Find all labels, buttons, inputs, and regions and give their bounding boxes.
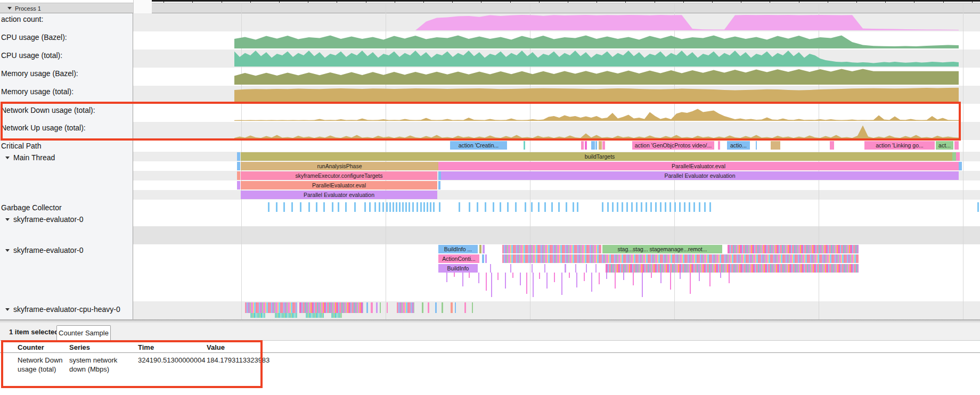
gc-event-tick[interactable] — [684, 202, 685, 212]
gc-event-tick[interactable] — [507, 202, 509, 212]
sidebar-track-label-5[interactable]: Network Down usage (total): — [1, 106, 95, 114]
gc-event-tick[interactable] — [665, 202, 666, 212]
gc-event-tick[interactable] — [323, 202, 325, 212]
trace-slice[interactable]: Parallel Evaluator evaluation — [241, 191, 437, 199]
dense-slice-cluster[interactable] — [502, 254, 859, 263]
trace-slice[interactable] — [544, 264, 545, 273]
gc-event-tick[interactable] — [338, 202, 339, 212]
trace-slice[interactable] — [438, 181, 440, 190]
sidebar-track-label-6[interactable]: Network Up usage (total): — [1, 124, 86, 132]
trace-slice[interactable] — [237, 171, 240, 180]
dense-slice-cluster[interactable] — [250, 313, 265, 318]
trace-slice[interactable] — [237, 162, 240, 170]
gc-event-tick[interactable] — [689, 202, 690, 212]
gc-event-tick[interactable] — [345, 202, 347, 212]
slice-drip[interactable] — [526, 273, 527, 294]
trace-slice[interactable] — [830, 141, 834, 150]
slice-drip[interactable] — [599, 273, 600, 284]
sidebar-track-label-12[interactable]: skyframe-evaluator-cpu-heavy-0 — [1, 305, 120, 314]
trace-slice[interactable] — [575, 264, 576, 273]
trace-slice[interactable] — [771, 141, 780, 150]
sidebar-track-label-1[interactable]: CPU usage (Bazel): — [1, 33, 67, 42]
slice-drip[interactable] — [729, 273, 730, 283]
slice-drip[interactable] — [569, 273, 570, 278]
trace-slice[interactable] — [954, 141, 959, 150]
counter-chart-action-count[interactable] — [234, 15, 959, 30]
dense-slice-cluster[interactable] — [502, 245, 601, 253]
gc-event-tick[interactable] — [469, 202, 470, 212]
trace-slice[interactable] — [376, 302, 378, 313]
gc-event-tick[interactable] — [977, 202, 979, 212]
table-cell[interactable]: 184.1793113323983 — [207, 356, 265, 365]
gc-event-tick[interactable] — [650, 202, 652, 212]
gc-event-tick[interactable] — [679, 202, 681, 212]
trace-slice[interactable] — [959, 162, 962, 170]
slice-drip[interactable] — [699, 273, 700, 281]
panel-divider[interactable] — [0, 319, 980, 323]
trace-slice[interactable]: Parallel Evaluator evaluation — [441, 171, 959, 180]
gc-event-tick[interactable] — [493, 202, 494, 212]
counter-chart-net-up[interactable] — [234, 126, 959, 139]
counter-chart-net-down[interactable] — [234, 109, 959, 121]
trace-slice[interactable] — [472, 302, 473, 313]
gc-event-tick[interactable] — [669, 202, 671, 212]
dense-slice-cluster[interactable] — [728, 245, 859, 253]
dense-slice-cluster[interactable] — [397, 302, 414, 313]
slice-drip[interactable] — [670, 273, 671, 290]
gc-event-tick[interactable] — [354, 202, 356, 212]
gc-event-tick[interactable] — [409, 202, 410, 212]
trace-slice[interactable] — [483, 245, 485, 253]
trace-slice[interactable]: BuildInfo ... — [438, 245, 478, 253]
gc-event-tick[interactable] — [316, 202, 317, 212]
slice-drip[interactable] — [651, 273, 652, 278]
trace-slice[interactable] — [510, 264, 511, 273]
sidebar-track-label-9[interactable]: Garbage Collector — [1, 203, 62, 212]
gc-event-tick[interactable] — [379, 202, 380, 212]
table-header-counter[interactable]: Counter — [18, 343, 44, 351]
slice-drip[interactable] — [660, 273, 662, 283]
gc-event-tick[interactable] — [699, 202, 700, 212]
gc-event-tick[interactable] — [283, 202, 285, 212]
table-cell[interactable]: system network down (Mbps) — [69, 356, 133, 374]
slice-drip[interactable] — [709, 273, 710, 286]
gc-event-tick[interactable] — [612, 202, 614, 212]
slice-drip[interactable] — [546, 273, 548, 289]
gc-event-tick[interactable] — [544, 202, 546, 212]
gc-event-tick[interactable] — [531, 202, 533, 212]
trace-slice[interactable]: runAnalysisPhase — [241, 162, 438, 170]
gc-event-tick[interactable] — [693, 202, 695, 212]
gc-event-tick[interactable] — [386, 202, 388, 212]
gc-event-tick[interactable] — [389, 202, 391, 212]
gc-event-tick[interactable] — [364, 202, 366, 212]
trace-slice[interactable] — [428, 302, 429, 313]
slice-drip[interactable] — [690, 273, 691, 294]
trace-slice[interactable]: ParallelEvaluator.eval — [241, 181, 437, 190]
trace-slice[interactable] — [585, 141, 587, 150]
trace-slice[interactable]: act... — [936, 141, 953, 150]
slice-drip[interactable] — [539, 273, 540, 279]
gc-event-tick[interactable] — [439, 202, 440, 212]
trace-slice[interactable]: action 'GenObjcProtos video/... — [632, 141, 714, 150]
trace-slice[interactable]: buildTargets — [241, 152, 959, 161]
trace-slice[interactable] — [387, 302, 388, 313]
gc-event-tick[interactable] — [573, 202, 574, 212]
slice-drip[interactable] — [533, 273, 534, 297]
trace-slice[interactable] — [422, 302, 423, 313]
trace-slice[interactable] — [532, 264, 533, 273]
gc-event-tick[interactable] — [636, 202, 638, 212]
slice-drip[interactable] — [486, 273, 487, 291]
sidebar-track-label-11[interactable]: skyframe-evaluator-0 — [1, 246, 84, 254]
slice-drip[interactable] — [680, 273, 681, 279]
gc-event-tick[interactable] — [551, 202, 553, 212]
sidebar-track-label-4[interactable]: Memory usage (total): — [1, 87, 74, 96]
trace-slice[interactable] — [565, 264, 566, 273]
trace-slice[interactable]: ParallelEvaluator.eval — [438, 162, 959, 170]
gc-event-tick[interactable] — [369, 202, 371, 212]
gc-event-tick[interactable] — [433, 202, 435, 212]
gc-event-tick[interactable] — [607, 202, 609, 212]
trace-slice[interactable]: action 'Linking go... — [864, 141, 935, 150]
expander-icon[interactable] — [5, 218, 10, 221]
slice-drip[interactable] — [554, 273, 555, 282]
trace-slice[interactable] — [595, 264, 597, 273]
slice-drip[interactable] — [454, 273, 455, 277]
